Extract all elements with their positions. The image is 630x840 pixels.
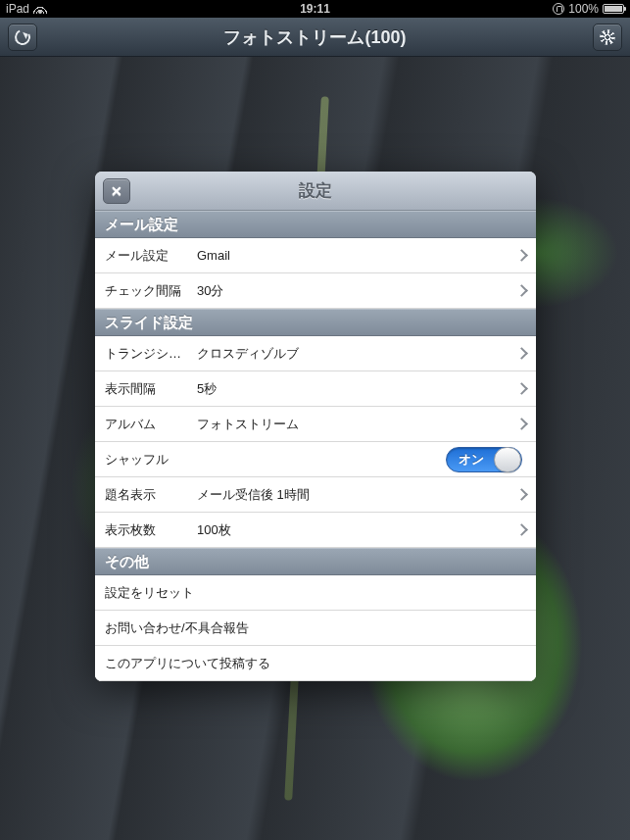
- row-share-app[interactable]: このアプリについて投稿する: [95, 646, 536, 681]
- row-value: フォトストリーム: [191, 416, 517, 433]
- row-label: チェック間隔: [105, 282, 191, 300]
- chevron-right-icon: [515, 284, 528, 297]
- chevron-right-icon: [515, 382, 528, 395]
- row-label: このアプリについて投稿する: [105, 655, 270, 672]
- chevron-right-icon: [515, 418, 528, 430]
- status-bar: iPad 19:11 100%: [0, 0, 630, 18]
- modal-header: ✕ 設定: [95, 172, 536, 211]
- row-value-wrap: [191, 452, 446, 467]
- row-value: メール受信後 1時間: [191, 486, 517, 504]
- shuffle-toggle[interactable]: オン: [446, 447, 522, 472]
- row-display-interval[interactable]: 表示間隔 5秒: [95, 371, 536, 407]
- chevron-right-icon: [515, 488, 528, 501]
- row-label: お問い合わせ/不具合報告: [105, 619, 249, 637]
- close-icon: ✕: [111, 183, 122, 199]
- row-title-display[interactable]: 題名表示 メール受信後 1時間: [95, 477, 536, 513]
- row-label: 表示枚数: [105, 521, 191, 539]
- modal-body: メール設定 メール設定 Gmail チェック間隔 30分 スライド設定 トランジ…: [95, 211, 536, 681]
- row-value: 100枚: [191, 521, 517, 539]
- nav-bar: フォトストリーム(100): [0, 18, 630, 57]
- carrier-label: iPad: [6, 2, 29, 16]
- row-value: 30分: [191, 282, 517, 300]
- row-value: クロスディゾルブ: [191, 345, 517, 363]
- row-label: アルバム: [105, 416, 191, 433]
- battery-icon: [603, 4, 624, 14]
- chevron-right-icon: [515, 249, 528, 262]
- row-value: Gmail: [191, 248, 517, 263]
- orientation-lock-icon: [553, 3, 564, 15]
- section-header-other: その他: [95, 548, 536, 575]
- clock: 19:11: [300, 2, 330, 16]
- wifi-icon: [33, 4, 47, 14]
- gear-icon: [600, 29, 615, 45]
- section-header-slide: スライド設定: [95, 309, 536, 336]
- refresh-button[interactable]: [8, 24, 37, 51]
- row-mail-account[interactable]: メール設定 Gmail: [95, 238, 536, 273]
- row-label: メール設定: [105, 247, 191, 265]
- modal-title: 設定: [299, 179, 332, 202]
- close-button[interactable]: ✕: [103, 178, 130, 204]
- settings-modal: ✕ 設定 メール設定 メール設定 Gmail チェック間隔 30分 スライド設定…: [95, 172, 536, 681]
- row-label: 表示間隔: [105, 380, 191, 398]
- row-album[interactable]: アルバム フォトストリーム: [95, 407, 536, 442]
- row-label: 設定をリセット: [105, 584, 194, 602]
- settings-button[interactable]: [593, 24, 622, 51]
- toggle-on-label: オン: [459, 451, 484, 469]
- row-label: シャッフル: [105, 451, 191, 469]
- toggle-knob: [494, 447, 521, 472]
- battery-percent: 100%: [568, 2, 599, 16]
- row-transition[interactable]: トランジシ… クロスディゾルブ: [95, 336, 536, 371]
- chevron-right-icon: [515, 347, 528, 360]
- row-check-interval[interactable]: チェック間隔 30分: [95, 273, 536, 309]
- row-label: 題名表示: [105, 486, 191, 504]
- chevron-right-icon: [515, 523, 528, 536]
- row-shuffle: シャッフル オン: [95, 442, 536, 477]
- section-header-mail: メール設定: [95, 211, 536, 238]
- row-display-count[interactable]: 表示枚数 100枚: [95, 513, 536, 548]
- row-value: 5秒: [191, 380, 517, 398]
- refresh-icon: [13, 27, 33, 48]
- row-contact[interactable]: お問い合わせ/不具合報告: [95, 611, 536, 646]
- row-reset[interactable]: 設定をリセット: [95, 575, 536, 611]
- row-label: トランジシ…: [105, 345, 191, 363]
- page-title: フォトストリーム(100): [223, 25, 406, 49]
